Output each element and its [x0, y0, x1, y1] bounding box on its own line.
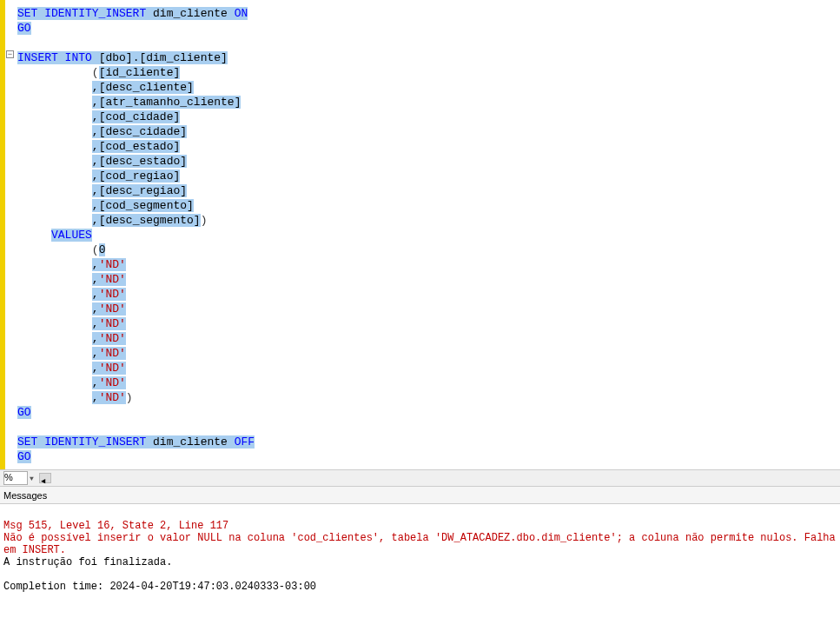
code-line: SET IDENTITY_INSERT dim_cliente ON: [17, 6, 840, 21]
code-line: ,[cod_cidade]: [17, 110, 840, 124]
code-line: ,[desc_cliente]: [17, 80, 840, 95]
code-line: SET IDENTITY_INSERT dim_cliente OFF: [17, 435, 840, 449]
zoom-selector[interactable]: %: [3, 471, 28, 485]
code-line: ,'ND': [17, 375, 840, 390]
code-line: GO: [17, 21, 840, 36]
chevron-down-icon[interactable]: ▼: [30, 475, 34, 482]
code-line: GO: [17, 405, 840, 420]
hscroll-left-icon[interactable]: ◂: [39, 473, 51, 483]
code-area[interactable]: SET IDENTITY_INSERT dim_cliente ONGOINSE…: [17, 0, 840, 469]
code-line: ,'ND': [17, 331, 840, 346]
code-line: ,'ND': [17, 346, 840, 361]
code-line: ,[atr_tamanho_cliente]: [17, 95, 840, 110]
messages-pane[interactable]: Msg 515, Level 16, State 2, Line 117 Não…: [0, 504, 840, 618]
code-line: ,'ND': [17, 316, 840, 331]
code-line: ,[desc_cidade]: [17, 124, 840, 139]
messages-tab[interactable]: Messages: [0, 487, 840, 504]
code-line: ,'ND': [17, 272, 840, 287]
code-line: ,'ND': [17, 257, 840, 272]
code-line: ([id_cliente]: [17, 65, 840, 80]
code-line: ,'ND': [17, 361, 840, 375]
error-line: Não é possível inserir o valor NULL na c…: [3, 532, 840, 556]
code-line: [17, 420, 840, 435]
zoom-toolbar: % ▼ ◂: [0, 469, 840, 487]
messages-tab-label: Messages: [3, 490, 47, 501]
collapse-region-icon[interactable]: −: [6, 50, 14, 58]
fold-gutter: −: [5, 0, 17, 469]
code-line: [17, 36, 840, 50]
code-line: ,'ND': [17, 302, 840, 316]
code-line: VALUES: [17, 228, 840, 243]
error-line: Msg 515, Level 16, State 2, Line 117: [3, 520, 228, 532]
code-line: ,[cod_segmento]: [17, 198, 840, 213]
code-line: INSERT INTO [dbo].[dim_cliente]: [17, 50, 840, 65]
code-line: ,[desc_estado]: [17, 154, 840, 169]
code-line: ,'ND': [17, 287, 840, 302]
code-line: ,[cod_regiao]: [17, 169, 840, 183]
code-line: ,[cod_estado]: [17, 139, 840, 154]
code-line: GO: [17, 449, 840, 464]
code-line: ,[desc_segmento]): [17, 213, 840, 228]
sql-editor[interactable]: − SET IDENTITY_INSERT dim_cliente ONGOIN…: [0, 0, 840, 469]
code-line: ,'ND'): [17, 390, 840, 405]
completion-time: Completion time: 2024-04-20T19:47:03.024…: [3, 581, 316, 593]
zoom-value: %: [4, 472, 13, 482]
code-line: (0: [17, 243, 840, 257]
code-line: ,[desc_regiao]: [17, 183, 840, 198]
message-line: A instrução foi finalizada.: [3, 556, 172, 568]
